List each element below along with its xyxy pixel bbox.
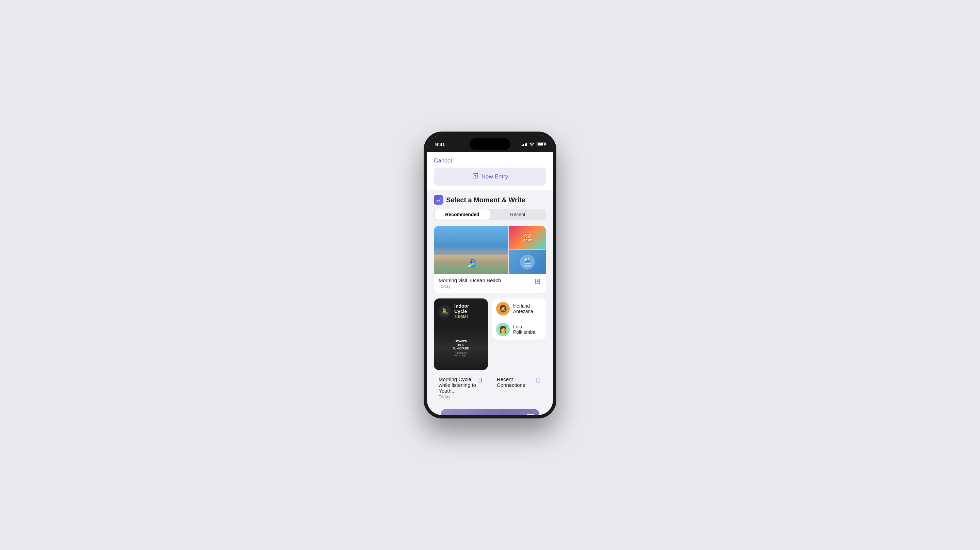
activity-footer-date: Today bbox=[439, 394, 477, 399]
top-bar: Cancel New Entry bbox=[427, 152, 553, 190]
avatar-leia: 👩 bbox=[496, 323, 510, 336]
activity-card[interactable]: 🚴 IndoorCycle 2.06MI HEAVENIS AJUNKYARD … bbox=[434, 298, 488, 370]
segment-control: Recommended Recent bbox=[434, 209, 546, 220]
connection-name-herland: Herland Antezana bbox=[513, 303, 542, 314]
status-bar: 9:41 bbox=[427, 135, 553, 152]
beach-write-icon[interactable] bbox=[535, 278, 541, 287]
dynamic-island bbox=[469, 138, 511, 150]
status-icons bbox=[522, 142, 545, 147]
activity-icon-row: 🚴 IndoorCycle 2.06MI bbox=[439, 303, 483, 319]
music-artist: PrizefighterYouth Lago... bbox=[454, 352, 468, 357]
ocean-badge: 🌊 OceanBeach bbox=[520, 255, 535, 269]
section-title: Select a Moment & Write bbox=[446, 196, 525, 204]
purpose-refresh-button[interactable] bbox=[527, 414, 535, 415]
music-bg: HEAVENIS AJUNKYARD PrizefighterYouth Lag… bbox=[434, 326, 488, 370]
activity-write-icon[interactable] bbox=[477, 377, 483, 385]
louder-album-photo: LOUDERTHANA RIOT bbox=[509, 226, 546, 249]
beach-moment-card[interactable]: 🏄‍♀️ LOUDERTHANA RIOT 🌊 OceanBeach bbox=[434, 226, 546, 293]
battery-icon bbox=[537, 142, 545, 146]
cancel-button[interactable]: Cancel bbox=[434, 157, 452, 164]
tab-recent[interactable]: Recent bbox=[490, 209, 546, 220]
section-header: Select a Moment & Write bbox=[427, 190, 553, 209]
activity-footer-title: Morning Cycle while listening to Youth..… bbox=[439, 376, 477, 394]
two-col-section: 🚴 IndoorCycle 2.06MI HEAVENIS AJUNKYARD … bbox=[434, 298, 546, 370]
status-time: 9:41 bbox=[435, 141, 445, 147]
connections-card[interactable]: 🧔 Herland Antezana 👩 Leia Polklemba bbox=[492, 298, 546, 339]
connections-footer: Recent Connections bbox=[492, 373, 546, 404]
connections-write-icon[interactable] bbox=[535, 377, 541, 385]
connections-footer-title: Recent Connections bbox=[497, 376, 535, 388]
screen-content[interactable]: Cancel New Entry Select a Moment & Write bbox=[427, 152, 553, 415]
section-icon bbox=[434, 195, 443, 204]
music-card: HEAVENIS AJUNKYARD PrizefighterYouth Lag… bbox=[434, 326, 488, 370]
connection-name-leia: Leia Polklemba bbox=[513, 324, 542, 335]
activity-distance: 2.06MI bbox=[454, 314, 469, 319]
activity-name: IndoorCycle bbox=[454, 303, 469, 314]
music-title: HEAVENIS AJUNKYARD bbox=[453, 339, 469, 350]
signal-bars-icon bbox=[522, 142, 527, 146]
new-entry-label: New Entry bbox=[482, 173, 508, 180]
beach-photo-grid: 🏄‍♀️ LOUDERTHANA RIOT 🌊 OceanBeach bbox=[434, 226, 546, 274]
purpose-card[interactable]: PURPOSE Think about something you love t… bbox=[441, 409, 539, 415]
beach-moment-info: Morning visit, Ocean Beach Today bbox=[434, 274, 546, 293]
activity-inner: 🚴 IndoorCycle 2.06MI bbox=[434, 298, 488, 326]
wifi-icon bbox=[529, 142, 535, 147]
beach-main-photo: 🏄‍♀️ bbox=[434, 226, 508, 274]
connections-column: 🧔 Herland Antezana 👩 Leia Polklemba bbox=[492, 298, 546, 370]
phone-frame: 9:41 Cancel bbox=[424, 132, 556, 418]
purpose-label: PURPOSE bbox=[446, 414, 534, 415]
two-col-labels: Morning Cycle while listening to Youth..… bbox=[434, 373, 546, 404]
beach-moment-date: Today bbox=[439, 284, 501, 289]
ocean-beach-photo: 🌊 OceanBeach bbox=[509, 250, 546, 274]
beach-moment-title: Morning visit, Ocean Beach bbox=[439, 277, 501, 283]
connection-herland: 🧔 Herland Antezana bbox=[492, 298, 546, 319]
connection-leia: 👩 Leia Polklemba bbox=[492, 319, 546, 339]
new-entry-icon bbox=[472, 172, 479, 181]
activity-footer: Morning Cycle while listening to Youth..… bbox=[434, 373, 488, 404]
tab-recommended[interactable]: Recommended bbox=[434, 209, 490, 220]
cycle-icon: 🚴 bbox=[439, 305, 451, 317]
avatar-herland: 🧔 bbox=[496, 302, 510, 315]
louder-text: LOUDERTHANA RIOT bbox=[523, 233, 533, 241]
new-entry-button[interactable]: New Entry bbox=[434, 168, 546, 185]
moments-grid: 🏄‍♀️ LOUDERTHANA RIOT 🌊 OceanBeach bbox=[427, 226, 553, 415]
